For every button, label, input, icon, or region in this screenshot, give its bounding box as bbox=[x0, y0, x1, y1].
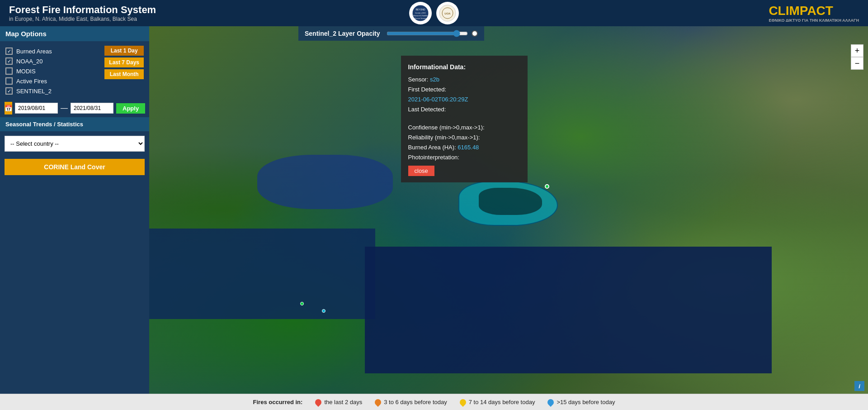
date-row: 📅 — Apply bbox=[0, 99, 149, 117]
sentinel-opacity-slider[interactable] bbox=[387, 30, 468, 37]
header: Forest Fire Information System in Europe… bbox=[0, 0, 868, 26]
fire-dot-2 bbox=[322, 309, 326, 313]
popup-first-detected: First Detected: bbox=[408, 85, 520, 95]
info-popup: Informational Data: Sensor: s2b First De… bbox=[401, 56, 528, 182]
layer-row-sentinel2: SENTINEL_2 bbox=[5, 87, 52, 95]
layer-row-active-fires: Active Fires bbox=[5, 77, 52, 85]
popup-last-detected-value bbox=[408, 114, 520, 123]
last-1-day-btn[interactable]: Last 1 Day bbox=[104, 46, 144, 56]
beyond-logo: BEYOND Centre of EO Research & Satellite… bbox=[409, 2, 432, 24]
popup-photo: Photointerpretation: bbox=[408, 153, 520, 162]
country-select[interactable]: -- Select country -- bbox=[5, 136, 145, 152]
sentinel-slider-wrap bbox=[387, 30, 478, 37]
sea-area bbox=[365, 247, 772, 373]
popup-last-detected: Last Detected: bbox=[408, 105, 520, 114]
info-icon-button[interactable]: i bbox=[854, 381, 864, 391]
seasonal-header: Seasonal Trends / Statistics bbox=[0, 117, 149, 131]
checkbox-burned-areas[interactable] bbox=[5, 48, 13, 55]
svg-text:BEYOND: BEYOND bbox=[415, 8, 425, 11]
last-7-days-btn[interactable]: Last 7 Days bbox=[104, 57, 144, 67]
svg-text:UOA: UOA bbox=[444, 12, 451, 15]
popup-title: Informational Data: bbox=[408, 62, 520, 73]
checkbox-modis[interactable] bbox=[5, 67, 13, 75]
layer-row-noaa20: NOAA_20 bbox=[5, 57, 52, 65]
map-background: + − Informational Data: Sensor: s2b Firs… bbox=[149, 26, 868, 394]
map-area: Sentinel_2 Layer Opacity + bbox=[149, 26, 868, 394]
popup-confidence: Confidense (min->0,max->1): bbox=[408, 123, 520, 133]
climpact-logo: CLIMPACT ΕΘΝΙΚΟ ΔΙΚΤΥΟ ΓΙΑ ΤΗΝ ΚΛΙΜΑΤΙΚΗ… bbox=[769, 4, 859, 23]
sidebar: Map Options Burned Areas NOAA_20 MOD bbox=[0, 26, 149, 394]
app-subtitle: in Europe, N. Africa, Middle East, Balka… bbox=[9, 16, 156, 22]
legend-item-3-6-days: 3 to 6 days before today bbox=[375, 399, 447, 405]
country-select-wrap: -- Select country -- bbox=[0, 131, 149, 156]
calendar-button[interactable]: 📅 bbox=[5, 102, 12, 114]
checkbox-active-fires[interactable] bbox=[5, 77, 13, 85]
layers-panel: Burned Areas NOAA_20 MODIS Active Fires bbox=[0, 41, 149, 99]
zoom-in-button[interactable]: + bbox=[851, 44, 863, 57]
map-options-header: Map Options bbox=[0, 26, 149, 41]
app-title: Forest Fire Information System bbox=[9, 4, 156, 16]
layer-row-burned-areas: Burned Areas bbox=[5, 48, 52, 55]
svg-text:Centre of EO: Centre of EO bbox=[415, 12, 425, 14]
popup-burned-area: Burned Area (HA): 6165.48 bbox=[408, 143, 520, 153]
legend-item-last-2-days: the last 2 days bbox=[315, 399, 362, 405]
date-start-input[interactable] bbox=[15, 103, 58, 114]
legend-pin-red bbox=[314, 398, 323, 407]
date-end-input[interactable] bbox=[71, 103, 113, 114]
checkbox-sentinel2[interactable] bbox=[5, 87, 13, 95]
header-logos: BEYOND Centre of EO Research & Satellite… bbox=[409, 2, 459, 24]
popup-first-detected-value: 2021-06-02T06:20:29Z bbox=[408, 95, 520, 105]
water-body-1 bbox=[257, 155, 393, 209]
apply-button[interactable]: Apply bbox=[116, 103, 145, 114]
svg-text:Research & Satellite: Research & Satellite bbox=[413, 15, 428, 17]
univ-logo: UOA bbox=[436, 2, 459, 24]
checkbox-noaa20[interactable] bbox=[5, 57, 13, 65]
time-buttons: Last 1 Day Last 7 Days Last Month bbox=[104, 46, 144, 79]
sentinel-panel: Sentinel_2 Layer Opacity bbox=[298, 26, 484, 41]
fire-marker-1[interactable] bbox=[545, 184, 549, 189]
water-body-2 bbox=[149, 229, 375, 319]
burned-area-inner bbox=[479, 188, 542, 215]
last-month-btn[interactable]: Last Month bbox=[104, 69, 144, 79]
corine-button[interactable]: CORINE Land Cover bbox=[5, 159, 145, 175]
fires-occurred-label: Fires occurred in: bbox=[253, 399, 303, 405]
slider-dot bbox=[472, 30, 478, 37]
legend-pin-yellow bbox=[458, 398, 467, 407]
legend-item-7-14-days: 7 to 14 days before today bbox=[460, 399, 535, 405]
popup-reliability: Reliability (min->0,max->1): bbox=[408, 133, 520, 143]
legend-item-15-plus-days: >15 days before today bbox=[547, 399, 615, 405]
legend-pin-blue bbox=[547, 398, 556, 407]
zoom-out-button[interactable]: − bbox=[851, 57, 863, 70]
main-area: Map Options Burned Areas NOAA_20 MOD bbox=[0, 26, 868, 394]
svg-text:Remote Sensing: Remote Sensing bbox=[415, 18, 426, 19]
fire-dot-1 bbox=[300, 302, 304, 305]
popup-sensor: Sensor: s2b bbox=[408, 75, 520, 85]
zoom-controls: + − bbox=[851, 44, 863, 70]
bottom-bar: Fires occurred in: the last 2 days 3 to … bbox=[0, 394, 868, 410]
layer-row-modis: MODIS bbox=[5, 67, 52, 75]
legend-pin-orange bbox=[373, 398, 382, 407]
close-popup-button[interactable]: close bbox=[408, 166, 434, 176]
header-title-block: Forest Fire Information System in Europe… bbox=[9, 4, 156, 22]
